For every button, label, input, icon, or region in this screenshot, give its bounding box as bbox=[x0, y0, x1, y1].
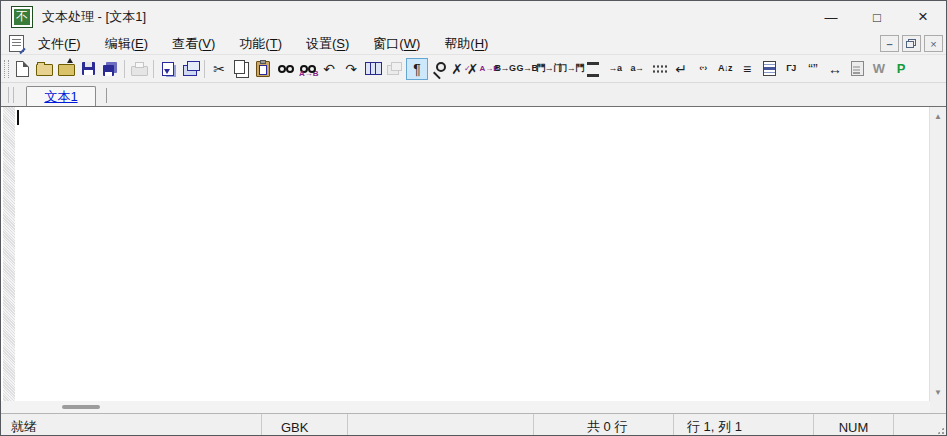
menu-bar: 文件(F)编辑(E)查看(V)功能(T)设置(S)窗口(W)帮助(H) – × bbox=[1, 33, 946, 55]
replace-icon[interactable]: A→B bbox=[296, 58, 318, 80]
menu-w[interactable]: 窗口(W) bbox=[363, 33, 430, 55]
line-width-icon[interactable]: ↔ bbox=[824, 58, 846, 80]
paragraph-format-icon[interactable] bbox=[758, 58, 780, 80]
columns-icon[interactable] bbox=[362, 58, 384, 80]
vertical-scrollbar[interactable]: ▲ ▼ bbox=[929, 107, 946, 401]
menu-t[interactable]: 功能(T) bbox=[229, 33, 292, 55]
close-button[interactable]: × bbox=[900, 1, 946, 33]
toolbar: ✂A→B↶↷¶✗✓✗A→BB→GG→B門→门门→門→aa→↵‹·›A↓z≡ΓJ“… bbox=[1, 55, 946, 83]
text-caret bbox=[17, 110, 19, 125]
menu-v[interactable]: 查看(V) bbox=[162, 33, 225, 55]
status-empty-section bbox=[348, 414, 534, 436]
toolbar-separator bbox=[153, 60, 154, 78]
close-file-icon[interactable] bbox=[55, 58, 77, 80]
tab-divider bbox=[106, 88, 107, 103]
save-all-icon[interactable] bbox=[99, 58, 121, 80]
compare-icon bbox=[384, 58, 406, 80]
child-window-icon[interactable] bbox=[9, 35, 24, 52]
gbk-to-big5-icon[interactable]: G→B bbox=[516, 58, 538, 80]
menu-s[interactable]: 设置(S) bbox=[296, 33, 359, 55]
sort-icon[interactable]: A↓z bbox=[714, 58, 736, 80]
scrollbar-corner bbox=[930, 401, 946, 413]
text-editor[interactable]: ▲ ▼ bbox=[1, 106, 946, 413]
brackets-icon[interactable]: ΓJ bbox=[780, 58, 802, 80]
status-num-lock-text: NUM bbox=[839, 420, 869, 435]
scroll-up-icon[interactable]: ▲ bbox=[930, 108, 946, 124]
menu-h[interactable]: 帮助(H) bbox=[434, 33, 498, 55]
toolbar-separator bbox=[204, 60, 205, 78]
child-restore-button[interactable] bbox=[902, 35, 921, 52]
print-icon bbox=[128, 58, 150, 80]
toolbar-gripper[interactable] bbox=[4, 60, 9, 78]
export-p-icon[interactable]: P bbox=[890, 58, 912, 80]
window-title: 文本处理 - [文本1] bbox=[42, 8, 808, 26]
status-line-count-text: 共 0 行 bbox=[587, 418, 627, 436]
toolbar-separator bbox=[124, 60, 125, 78]
title-bar: 不 文本处理 - [文本1] — □ × bbox=[1, 1, 946, 33]
export-word-icon[interactable]: W bbox=[868, 58, 890, 80]
status-num-lock: NUM bbox=[814, 414, 894, 436]
trim-spaces-icon[interactable]: ‹·› bbox=[692, 58, 714, 80]
status-line-count: 共 0 行 bbox=[534, 414, 674, 436]
big5-to-gbk-icon[interactable]: B→G bbox=[494, 58, 516, 80]
quotes-icon[interactable]: “” bbox=[802, 58, 824, 80]
new-file-icon[interactable] bbox=[11, 58, 33, 80]
status-encoding-text: GBK bbox=[281, 420, 308, 435]
simp-to-trad-icon[interactable]: 门→門 bbox=[560, 58, 582, 80]
trad-to-simp-icon[interactable]: 門→门 bbox=[538, 58, 560, 80]
to-lowercase-icon[interactable]: →a bbox=[604, 58, 626, 80]
horizontal-scrollbar[interactable] bbox=[1, 401, 930, 413]
tab-bar: 文本1 bbox=[1, 83, 946, 106]
word-wrap-icon[interactable]: ↵ bbox=[670, 58, 692, 80]
delete-replace-icon[interactable]: ✗A→B bbox=[472, 58, 494, 80]
copy-icon[interactable] bbox=[230, 58, 252, 80]
document-tab[interactable]: 文本1 bbox=[26, 86, 96, 106]
maximize-button[interactable]: □ bbox=[854, 1, 900, 33]
pin-icon[interactable] bbox=[428, 58, 450, 80]
menu-e[interactable]: 编辑(E) bbox=[95, 33, 158, 55]
cut-icon[interactable]: ✂ bbox=[208, 58, 230, 80]
resize-grip[interactable] bbox=[932, 426, 945, 436]
show-paragraph-icon[interactable]: ¶ bbox=[406, 58, 428, 80]
convert-files-icon[interactable] bbox=[157, 58, 179, 80]
status-cursor-position: 行 1, 列 1 bbox=[674, 414, 814, 436]
horizontal-scroll-thumb[interactable] bbox=[62, 405, 100, 409]
status-end-section bbox=[894, 414, 946, 436]
page-setup-icon[interactable] bbox=[846, 58, 868, 80]
status-cursor-position-text: 行 1, 列 1 bbox=[687, 418, 742, 436]
app-icon: 不 bbox=[11, 6, 33, 28]
status-encoding: GBK bbox=[262, 414, 348, 436]
status-ready: 就绪 bbox=[1, 414, 262, 436]
undo-icon[interactable]: ↶ bbox=[318, 58, 340, 80]
open-file-icon[interactable] bbox=[33, 58, 55, 80]
fullwidth-halfwidth-icon[interactable] bbox=[648, 58, 670, 80]
menu-f[interactable]: 文件(F) bbox=[28, 33, 91, 55]
to-uppercase-icon[interactable]: a→ bbox=[626, 58, 648, 80]
selection-margin[interactable] bbox=[3, 107, 15, 402]
line-spacing-icon[interactable]: ≡ bbox=[736, 58, 758, 80]
minimize-button[interactable]: — bbox=[808, 1, 854, 33]
merge-lines-icon[interactable] bbox=[582, 58, 604, 80]
child-minimize-button[interactable]: – bbox=[880, 35, 899, 52]
scroll-down-icon[interactable]: ▼ bbox=[930, 384, 946, 400]
find-icon[interactable] bbox=[274, 58, 296, 80]
app-window: 不 文本处理 - [文本1] — □ × 文件(F)编辑(E)查看(V)功能(T… bbox=[0, 0, 947, 436]
status-ready-text: 就绪 bbox=[11, 418, 37, 436]
save-icon[interactable] bbox=[77, 58, 99, 80]
child-close-button[interactable]: × bbox=[924, 35, 943, 52]
file-preview-icon[interactable] bbox=[179, 58, 201, 80]
status-bar: 就绪 GBK 共 0 行 行 1, 列 1 NUM bbox=[1, 413, 946, 436]
redo-icon[interactable]: ↷ bbox=[340, 58, 362, 80]
paste-icon[interactable] bbox=[252, 58, 274, 80]
